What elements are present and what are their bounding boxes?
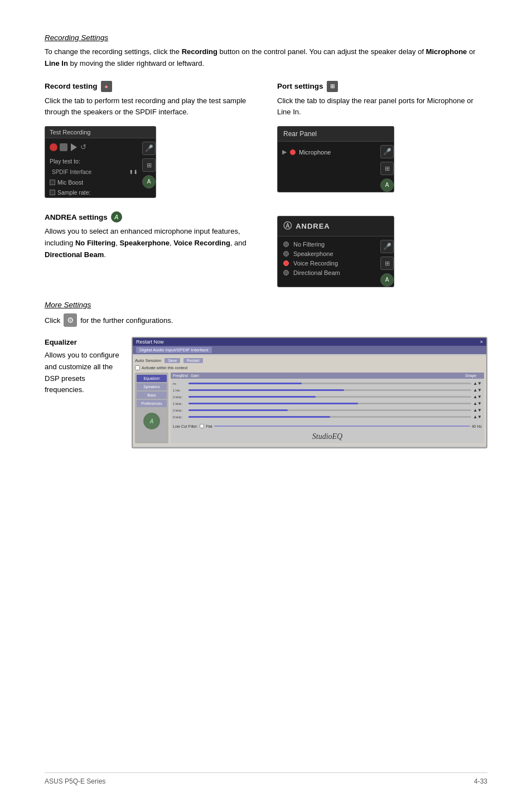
eq-restart-btn[interactable]: Restart [183, 358, 203, 363]
more-settings-section: More Settings Click ⚙ for the further co… [45, 301, 487, 448]
andrea-right-col: Ⓐ ANDREA No Filtering Speakerphone [277, 211, 487, 287]
sample-rate-row: Sample rate: [45, 187, 142, 197]
record-btn[interactable] [50, 143, 57, 151]
eq-titlebar: Restart Now × [133, 338, 486, 346]
play-btn[interactable] [71, 143, 77, 151]
trp-side-icons: 🎤 ⊞ A [142, 138, 156, 197]
eq-sidebar-preferences[interactable]: Preferences [137, 400, 167, 407]
andrea-panel-wrapper: Ⓐ ANDREA No Filtering Speakerphone [277, 216, 487, 287]
eq-track-3[interactable] [188, 396, 471, 398]
eq-activate-checkbox[interactable] [135, 365, 140, 370]
eq-tabs-bar: Digital Audio Input/SPDIF Interface [133, 346, 486, 354]
eq-row-3: 2 kHz: ▲▼ [173, 394, 482, 399]
eq-lowcut-track[interactable] [214, 426, 470, 427]
eq-arrow-5[interactable]: ▲▼ [473, 408, 482, 413]
sample-rate-checkbox[interactable] [50, 190, 55, 195]
eq-track-1[interactable] [188, 383, 471, 384]
recording-intro: To change the recording settings, click … [45, 46, 487, 70]
eq-freq-6: 0 kHz: [173, 416, 187, 419]
eq-studio-logo: StudioEQ [171, 430, 484, 443]
record-testing-col: Record testing ● Click the tab to perfor… [45, 81, 255, 199]
eq-lowcut-label: Low Cut Filter: [173, 424, 198, 428]
eq-lowcut-checkbox[interactable] [200, 424, 204, 428]
andrea-dot-1 [283, 251, 289, 257]
eq-row-4: 1 kHz: ▲▼ [173, 401, 482, 406]
eq-col-shape: Shape [465, 374, 482, 378]
eq-row-5: 2 kHz: ▲▼ [173, 408, 482, 413]
rear-grid-icon: ⊞ [380, 162, 394, 175]
eq-sidebar-speakers[interactable]: Speakers [137, 383, 167, 390]
eq-sidebar-bass[interactable]: Bass [137, 392, 167, 399]
rear-mic-item: ▶ Microphone [282, 148, 376, 156]
mic-boost-checkbox[interactable] [50, 180, 55, 185]
stop-btn[interactable] [60, 143, 67, 151]
more-settings-click: Click [45, 316, 60, 325]
eq-arrow-6[interactable]: ▲▼ [473, 414, 482, 419]
port-settings-col: Port settings ⊞ Click the tab to display… [277, 81, 487, 199]
more-settings-title: More Settings [45, 301, 487, 309]
rear-mic-icon: 🎤 [380, 145, 394, 158]
test-recording-panel-wrapper: Test Recording ↺ Play test to: [45, 126, 255, 198]
settings-a-icon: A [142, 175, 156, 189]
eq-col-freqbnd: FreqBnd [173, 374, 188, 378]
andrea-dot-2 [283, 260, 289, 266]
andrea-header: Ⓐ ANDREA [278, 216, 394, 236]
footer-right: 4-33 [474, 777, 487, 785]
eq-col-headers: FreqBnd Gain Shape [171, 373, 484, 379]
play-test-label: Play test to: [50, 158, 80, 165]
grid-icon: ⊞ [142, 158, 156, 172]
rewind-btn[interactable]: ↺ [80, 143, 86, 151]
trp-playtest-row: Play test to: [45, 156, 142, 167]
port-settings-title: Port settings ⊞ [277, 81, 487, 92]
eq-save-btn[interactable]: Save [165, 358, 180, 363]
andrea-options: No Filtering Speakerphone Voice Recordin… [278, 236, 380, 287]
eq-app-title: Restart Now [136, 339, 164, 345]
rear-panel-main: ▶ Microphone [278, 142, 380, 192]
andrea-item-2: Voice Recording [283, 260, 375, 267]
eq-freq-1: m: [173, 382, 187, 385]
andrea-item-0: No Filtering [283, 241, 375, 248]
andrea-item-3: Directional Beam [283, 269, 375, 276]
eq-session-row: Auto Session Save Restart [135, 358, 484, 363]
eq-track-4[interactable] [188, 403, 471, 404]
andrea-logo-a: Ⓐ [283, 221, 292, 230]
eq-sidebar-equalizer[interactable]: Equalizer [137, 375, 167, 382]
eq-track-5[interactable] [188, 409, 471, 411]
recording-settings-title: Recording Settings [45, 33, 487, 42]
eq-arrow-2[interactable]: ▲▼ [473, 388, 482, 393]
andrea-icon: A [111, 211, 122, 223]
spdif-label: SPDIF Interface [52, 169, 91, 175]
port-settings-icon: ⊞ [327, 81, 338, 92]
eq-arrow-4[interactable]: ▲▼ [473, 401, 482, 406]
eq-hz-label: 40 Hz [472, 424, 482, 428]
spdif-arrows[interactable]: ⬆⬇ [129, 169, 138, 175]
eq-row-6: 0 kHz: ▲▼ [173, 414, 482, 419]
eq-sliders: m: ▲▼ 1 Hz: ▲▼ 2 kHz: [171, 380, 484, 422]
rear-a-icon: A [380, 178, 394, 192]
sample-rate-label: Sample rate: [57, 189, 91, 196]
trp-controls: ↺ [45, 138, 142, 156]
eq-app-screenshot: Restart Now × Digital Audio Input/SPDIF … [132, 337, 487, 448]
more-settings-text: Click ⚙ for the further configurations. [45, 313, 487, 327]
trp-body: ↺ Play test to: SPDIF Interface ⬆⬇ [45, 138, 156, 197]
eq-sidebar-logo: A [137, 413, 167, 429]
andrea-left-col: ANDREA settings A Allows you to select a… [45, 211, 255, 287]
eq-freq-2: 1 Hz: [173, 389, 187, 392]
mic-icon: 🎤 [142, 142, 156, 155]
eq-close-btn[interactable]: × [480, 339, 483, 345]
eq-lowcut-filter: Flat [206, 424, 212, 428]
eq-track-6[interactable] [188, 416, 471, 418]
andrea-side-icons: 🎤 ⊞ A [380, 236, 394, 287]
record-testing-title: Record testing ● [45, 81, 255, 92]
equalizer-section: Equalizer Allows you to configure and cu… [45, 337, 487, 448]
eq-track-2[interactable] [188, 389, 471, 391]
trp-spdif-row: SPDIF Interface ⬆⬇ [45, 167, 142, 177]
andrea-section: ANDREA settings A Allows you to select a… [45, 211, 487, 287]
rear-panel: Rear Panel ▶ Microphone 🎤 ⊞ [277, 126, 394, 192]
eq-arrow-3[interactable]: ▲▼ [473, 394, 482, 399]
equalizer-text: Equalizer Allows you to configure and cu… [45, 337, 123, 396]
eq-tab-spdif[interactable]: Digital Audio Input/SPDIF Interface [136, 347, 212, 353]
eq-arrow-1[interactable]: ▲▼ [473, 381, 482, 386]
rear-side-icons: 🎤 ⊞ A [380, 142, 394, 192]
gear-icon[interactable]: ⚙ [64, 313, 77, 327]
